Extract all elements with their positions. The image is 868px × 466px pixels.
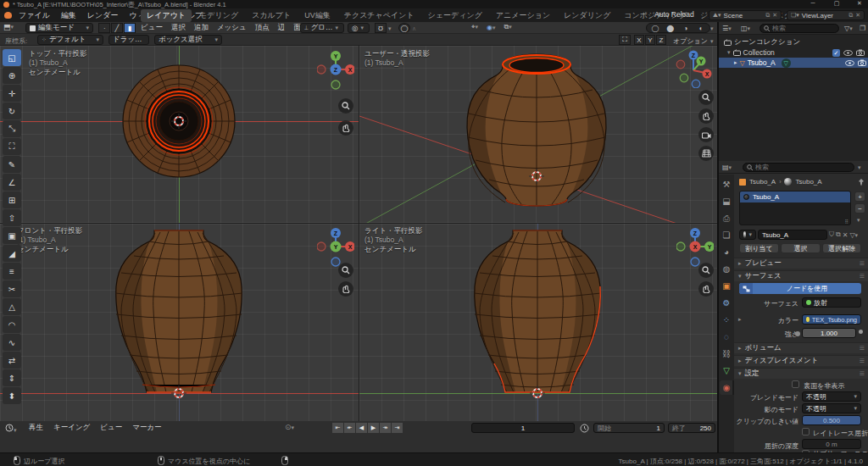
shading-solid-button[interactable]: ⬤ <box>664 25 677 32</box>
tool-move[interactable]: ✛ <box>3 85 21 102</box>
panel-displacement[interactable]: ▸ディスプレイスメント☰ <box>734 355 868 366</box>
mirror-axis-button[interactable]: Y <box>645 35 655 45</box>
transform-pivot-icon[interactable]: ⛶ <box>619 35 631 45</box>
tool-edge-slide[interactable]: ⇄ <box>3 352 21 369</box>
shading-rendered-button[interactable]: ◐ <box>694 25 708 32</box>
viewport-menu-item[interactable]: 辺 <box>278 23 286 33</box>
outliner-display-mode-icon[interactable]: ◫▾ <box>741 25 750 32</box>
tool-transform[interactable]: ⛶ <box>3 138 21 155</box>
viewport-user[interactable]: ユーザー・透視投影 (1) Tsubo_A Z Y X <box>359 46 717 223</box>
properties-editor-icon[interactable]: ▤▾ <box>722 164 732 171</box>
clip-threshold-slider[interactable]: 0.500 <box>802 415 861 425</box>
coord-dropdown[interactable]: ⁘デフォルト▾ <box>37 35 103 45</box>
panel-volume[interactable]: ▸ボリューム☰ <box>734 342 868 353</box>
tool-inset-faces[interactable]: ▣ <box>3 227 21 244</box>
tool-scale[interactable]: ⤡ <box>3 120 21 137</box>
tool-knife[interactable]: ✂ <box>3 280 21 297</box>
outliner-editor-icon[interactable]: ☰▾ <box>722 25 732 32</box>
auto-keying-button[interactable]: ⊙▾ <box>285 423 294 431</box>
active-tool-dropdown[interactable]: ボックス選択▾ <box>154 35 222 45</box>
material-name-field[interactable]: Tsubo_A <box>758 230 827 240</box>
end-frame-field[interactable]: 終了250 <box>668 423 715 433</box>
zoom-button[interactable] <box>698 90 714 105</box>
mirror-axis-button[interactable]: Z <box>656 35 666 45</box>
material-browse-dropdown[interactable]: ▾ <box>739 230 756 240</box>
tool-spin[interactable]: ◠ <box>3 316 21 333</box>
expand-icon[interactable]: ▾ <box>727 49 731 56</box>
pan-hand-button[interactable] <box>698 281 714 297</box>
panel-surface[interactable]: ▾サーフェス☰ <box>734 270 868 281</box>
topbar-menu-item[interactable]: レンダー <box>87 10 119 21</box>
raytrace-checkbox[interactable] <box>802 428 810 435</box>
maximize-button[interactable]: ▢ <box>827 0 846 8</box>
falloff-dropdown[interactable]: ∧ <box>412 25 416 32</box>
expand-icon[interactable]: ▸ <box>734 59 737 66</box>
workspace-tab[interactable]: テクスチャペイント <box>338 9 420 22</box>
xray-toggle[interactable]: ⧉▾ <box>504 23 512 31</box>
tool-smooth[interactable]: ∿ <box>3 334 21 351</box>
tool-extrude-region[interactable]: ⇧ <box>3 209 21 226</box>
pin-icon[interactable] <box>858 178 865 186</box>
overlays-dropdown[interactable]: ◉▾ <box>487 24 496 31</box>
viewport-menu-item[interactable]: 選択 <box>171 23 186 33</box>
workspace-tab[interactable]: レイアウト <box>141 9 192 22</box>
hide-eye-icon[interactable] <box>843 50 853 56</box>
animate-dot-icon[interactable] <box>859 330 863 334</box>
library-icon[interactable]: ❐ <box>860 25 865 32</box>
scene-selector[interactable]: ⛰▾ Scene ⧉ ✕ <box>709 10 782 20</box>
disable-render-camera-icon[interactable] <box>856 49 865 56</box>
viewport-menu-item[interactable]: ビュー <box>141 23 163 33</box>
pan-hand-button[interactable] <box>338 120 353 136</box>
workspace-tab[interactable]: シェーディング <box>422 9 488 22</box>
panel-settings[interactable]: ▾設定☰ <box>734 368 868 379</box>
nav-gizmo-top[interactable]: Y X Z <box>317 49 354 90</box>
nav-gizmo-right[interactable]: Z Y X <box>676 226 714 267</box>
tab-object[interactable]: ▣ <box>720 279 734 293</box>
outliner-collection[interactable]: ▾ Collection ✓ <box>727 47 866 58</box>
fake-user-shield-icon[interactable]: ⛉ <box>829 230 834 239</box>
color-texture-field[interactable]: TEX_Tsubo.png <box>802 314 861 325</box>
disable-render-camera-icon[interactable] <box>858 59 866 66</box>
timeline-menu-item[interactable]: ビュー <box>100 423 122 433</box>
refraction-depth-field[interactable]: 0 m <box>802 439 861 449</box>
start-frame-field[interactable]: 開始1 <box>593 423 665 433</box>
add-slot-button[interactable]: + <box>854 191 865 202</box>
material-specials-icon[interactable]: ▽▾ <box>849 231 858 239</box>
zoom-button[interactable] <box>338 263 353 278</box>
camera-view-button[interactable] <box>698 127 714 142</box>
mirror-axis-button[interactable]: X <box>634 35 644 45</box>
current-frame-field[interactable]: 1 <box>471 423 575 433</box>
timeline-menu-item[interactable]: マーカー <box>132 423 161 433</box>
shading-wireframe-button[interactable]: ◯ <box>648 25 662 32</box>
mode-dropdown[interactable]: 編集モード▾ <box>25 23 93 33</box>
strength-slider[interactable]: 1.000 <box>802 328 856 338</box>
viewlayer-remove-icon[interactable]: ✕ <box>855 12 860 19</box>
tool-select-box[interactable]: ◱ <box>3 49 21 66</box>
tool-cursor[interactable]: ⊕ <box>3 67 21 84</box>
tab-view-layer[interactable]: ❏ <box>720 228 734 242</box>
auto-reload-button[interactable]: Auto Reload <box>654 10 694 19</box>
tool-bevel[interactable]: ◢ <box>3 245 21 262</box>
hide-eye-icon[interactable] <box>845 60 854 66</box>
quad-divider-vertical[interactable] <box>359 46 359 421</box>
filter-icon[interactable]: ▽▾ <box>844 25 853 32</box>
select-button[interactable]: 選択 <box>781 243 821 253</box>
proportional-edit-button[interactable]: ◯ <box>398 23 410 33</box>
viewport-menu-item[interactable]: 追加 <box>194 23 209 33</box>
scene-unlink-icon[interactable]: ✕ <box>772 12 777 19</box>
face-select-button[interactable]: ▮ <box>124 23 136 33</box>
edge-select-button[interactable]: ╱ <box>111 23 123 33</box>
snap-magnet-button[interactable]: Ʊ <box>375 23 387 33</box>
frame-clock-icon[interactable] <box>580 424 589 433</box>
tool-add-cube[interactable]: ⊞ <box>3 191 21 208</box>
properties-search-input[interactable] <box>743 163 854 172</box>
tab-world[interactable]: ◍ <box>720 262 734 276</box>
drag-dropdown[interactable]: ドラッ… <box>108 35 149 45</box>
options-dropdown[interactable]: オプション▾ <box>673 36 713 46</box>
copy-material-icon[interactable]: ⧉ <box>836 230 841 239</box>
viewport-right[interactable]: ライト・平行投影 (1) Tsubo_A センチメートル Z Y X <box>359 224 717 421</box>
properties-options-icon[interactable]: ▾ <box>858 164 861 171</box>
workspace-tab[interactable]: モデリング <box>193 9 244 22</box>
tool-rotate[interactable]: ↻ <box>3 103 21 119</box>
jump-end-button[interactable]: ⇥ <box>392 423 403 433</box>
